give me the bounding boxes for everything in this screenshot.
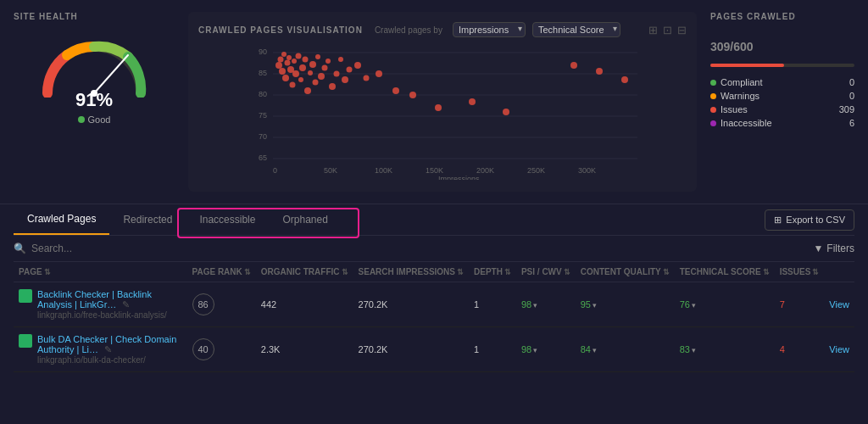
impressions-dropdown-wrap[interactable]: Impressions bbox=[453, 22, 526, 37]
share-icon: ⊟ bbox=[677, 24, 687, 36]
pages-crawled-label: PAGES CRAWLED bbox=[710, 12, 854, 21]
cell-rank-1: 40 bbox=[187, 327, 256, 372]
cell-issues-1: 4 bbox=[775, 327, 825, 372]
svg-point-35 bbox=[299, 64, 306, 71]
cell-technical-0: 76▾ bbox=[675, 282, 775, 327]
export-csv-button[interactable]: ⊞ Export to CSV bbox=[765, 209, 854, 231]
svg-point-59 bbox=[596, 68, 603, 75]
th-depth: DEPTH⇅ bbox=[469, 262, 516, 282]
filters-button[interactable]: ▼ Filters bbox=[813, 243, 854, 254]
svg-point-37 bbox=[304, 87, 311, 94]
edit-icon-1: ✎ bbox=[104, 344, 112, 354]
page-title-link-0[interactable]: Backlink Checker | Backlink Analysis | L… bbox=[37, 289, 182, 310]
svg-text:65: 65 bbox=[259, 153, 267, 162]
svg-point-49 bbox=[347, 67, 353, 73]
cell-traffic-1: 2.3K bbox=[256, 327, 353, 372]
svg-point-28 bbox=[287, 55, 292, 60]
page-title-link-1[interactable]: Bulk DA Checker | Check Domain Authority… bbox=[37, 334, 182, 355]
site-health-panel: SITE HEALTH 91% Good bbox=[14, 12, 175, 192]
svg-point-36 bbox=[303, 57, 309, 63]
vis-title: CRAWLED PAGES VISUALISATION bbox=[198, 25, 363, 35]
inaccessible-dot bbox=[710, 120, 716, 126]
gauge-chart bbox=[35, 30, 153, 98]
cell-content-1: 84▾ bbox=[576, 327, 675, 372]
cell-depth-0: 1 bbox=[469, 282, 516, 327]
tab-crawled-pages[interactable]: Crawled Pages bbox=[14, 204, 109, 235]
cell-content-0: 95▾ bbox=[576, 282, 675, 327]
svg-point-39 bbox=[309, 61, 316, 68]
warning-dot bbox=[710, 93, 716, 99]
technical-score-dropdown[interactable]: Technical Score bbox=[532, 22, 620, 37]
status-dot bbox=[78, 116, 85, 123]
th-page: PAGE⇅ bbox=[14, 262, 187, 282]
svg-text:100K: 100K bbox=[375, 166, 392, 175]
technical-score-dropdown-wrap[interactable]: Technical Score bbox=[532, 22, 620, 37]
svg-text:0: 0 bbox=[273, 166, 277, 175]
stat-issues: Issues 309 bbox=[710, 104, 854, 114]
pages-crawled-panel: PAGES CRAWLED 309/600 Compliant 0 Warnin… bbox=[710, 12, 854, 192]
progress-bar bbox=[710, 64, 854, 67]
chart-svg: 90 85 80 75 70 65 0 50K 100K 150K 200K 2 bbox=[198, 44, 687, 180]
vis-sub-label: Crawled pages by bbox=[375, 25, 442, 35]
svg-point-30 bbox=[290, 82, 296, 88]
stat-compliant: Compliant 0 bbox=[710, 77, 854, 87]
svg-text:85: 85 bbox=[259, 69, 267, 77]
svg-point-44 bbox=[326, 59, 331, 64]
th-rank: PAGE RANK⇅ bbox=[187, 262, 256, 282]
search-row: 🔍 ▼ Filters bbox=[14, 236, 854, 262]
cell-page-1: Bulk DA Checker | Check Domain Authority… bbox=[14, 327, 187, 372]
svg-point-52 bbox=[376, 70, 382, 77]
bottom-section: Crawled Pages Redirected Inaccessible Or… bbox=[0, 204, 868, 372]
svg-text:300K: 300K bbox=[578, 166, 596, 175]
grid-icon: ⊞ bbox=[648, 24, 658, 36]
svg-text:250K: 250K bbox=[527, 166, 545, 175]
data-table: PAGE⇅ PAGE RANK⇅ ORGANIC TRAFFIC⇅ SEARCH… bbox=[14, 262, 854, 372]
svg-point-46 bbox=[334, 71, 340, 77]
cell-rank-0: 86 bbox=[187, 282, 256, 327]
cell-technical-1: 83▾ bbox=[675, 327, 775, 372]
tab-inaccessible[interactable]: Inaccessible bbox=[186, 205, 269, 234]
th-impressions: SEARCH IMPRESSIONS⇅ bbox=[353, 262, 469, 282]
cell-view-0[interactable]: View bbox=[824, 282, 854, 327]
svg-point-57 bbox=[503, 109, 509, 115]
svg-point-48 bbox=[342, 76, 348, 83]
svg-point-53 bbox=[392, 87, 399, 94]
svg-point-22 bbox=[275, 62, 282, 69]
svg-point-24 bbox=[279, 68, 286, 75]
stat-warnings: Warnings 0 bbox=[710, 91, 854, 101]
cell-issues-0: 7 bbox=[775, 282, 825, 327]
table-row: Bulk DA Checker | Check Domain Authority… bbox=[14, 327, 854, 372]
svg-text:50K: 50K bbox=[324, 166, 337, 175]
tab-orphaned[interactable]: Orphaned bbox=[269, 205, 341, 234]
impressions-dropdown[interactable]: Impressions bbox=[453, 22, 526, 37]
cell-traffic-0: 442 bbox=[256, 282, 353, 327]
svg-line-0 bbox=[94, 55, 128, 93]
svg-point-31 bbox=[292, 59, 297, 64]
th-psi: PSI / CWV⇅ bbox=[516, 262, 576, 282]
export-icon: ⊞ bbox=[774, 215, 782, 226]
compliant-dot bbox=[710, 80, 716, 86]
cell-view-1[interactable]: View bbox=[824, 327, 854, 372]
svg-point-34 bbox=[298, 77, 303, 82]
edit-icon-0: ✎ bbox=[122, 299, 130, 310]
cell-impressions-0: 270.2K bbox=[353, 282, 469, 327]
cell-psi-0: 98▾ bbox=[516, 282, 576, 327]
search-input[interactable] bbox=[31, 243, 813, 254]
svg-text:70: 70 bbox=[259, 132, 267, 141]
cell-impressions-1: 270.2K bbox=[353, 327, 469, 372]
th-traffic: ORGANIC TRAFFIC⇅ bbox=[256, 262, 353, 282]
view-button-0[interactable]: View bbox=[829, 299, 849, 310]
view-button-1[interactable]: View bbox=[829, 344, 849, 354]
table-row: Backlink Checker | Backlink Analysis | L… bbox=[14, 282, 854, 327]
svg-point-43 bbox=[322, 65, 328, 71]
th-issues: ISSUES⇅ bbox=[775, 262, 825, 282]
tab-redirected[interactable]: Redirected bbox=[109, 205, 186, 234]
data-table-wrap: PAGE⇅ PAGE RANK⇅ ORGANIC TRAFFIC⇅ SEARCH… bbox=[14, 262, 854, 372]
site-health-label: SITE HEALTH bbox=[14, 12, 175, 21]
svg-point-56 bbox=[469, 98, 476, 105]
page-url-0: linkgraph.io/free-backlink-analysis/ bbox=[37, 310, 182, 320]
svg-point-54 bbox=[409, 92, 416, 98]
svg-text:90: 90 bbox=[259, 47, 267, 56]
svg-text:Impressions: Impressions bbox=[438, 175, 480, 180]
svg-point-33 bbox=[296, 53, 302, 59]
